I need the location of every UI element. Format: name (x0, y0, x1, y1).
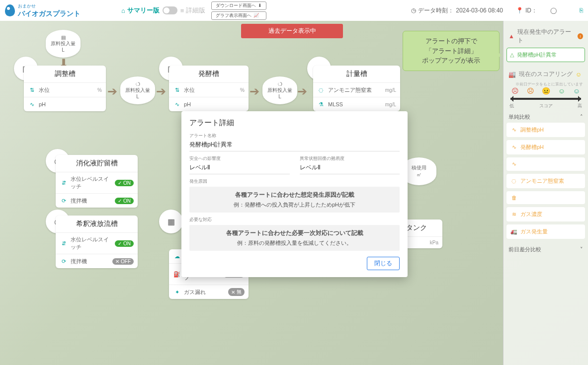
modal-title: アラート詳細 (189, 118, 400, 128)
face-icon: ☺ (576, 71, 582, 78)
graph-link[interactable]: グラフ表示画面へ📈 (211, 11, 266, 20)
warning-icon: △ (510, 52, 514, 58)
alert-item[interactable]: △ 発酵槽pH計異常 (506, 48, 585, 62)
switch-icon: ⇵ (60, 239, 68, 247)
node-shouka: 消化液貯留槽 ⇵水位レベルスイッチON ⟳撹拌機ON (56, 155, 138, 208)
arrow-icon: ➔ (107, 84, 117, 98)
modal-action-box: 各種アラートに合わせた必要一次対応について記載 例：原料の発酵槽投入量を低減して… (189, 225, 400, 251)
chip-ammonia[interactable]: ◌アンモニア態窒素 (506, 174, 585, 188)
modal-action-label: 必要な対応 (189, 217, 400, 223)
chevron-down-icon: ˅ (580, 246, 583, 253)
pump-icon: ⛽ (173, 270, 181, 278)
drop-icon: ❍ (278, 81, 282, 87)
status-badge: ON (115, 198, 134, 204)
doc-icon: ▤ (61, 35, 66, 40)
alert-detail-modal: アラート詳細 アラート名称 発酵槽pH計異常 安全への影響度 レベルⅡ 異常状態… (181, 111, 408, 277)
side-panel: ▲ 現在発生中のアラート ! △ 発酵槽pH計異常 🏭 現在のスコアリング ☺ … (503, 21, 588, 365)
modal-recov-label: 異常状態回復の難易度 (300, 155, 400, 162)
mixer-icon: ⟳ (60, 197, 68, 205)
cloud-icon: ☁ (173, 252, 181, 260)
status-badge: 無 (228, 288, 245, 296)
logo-top: おまかせ (18, 3, 81, 9)
ph-icon: ∿ (28, 100, 36, 108)
feeder-3: ❍ 原料投入量L (262, 76, 297, 104)
download-icon: ⬇ (258, 3, 262, 8)
section-simple-compare[interactable]: 単純比較˄ (506, 109, 585, 123)
logo: おまかせ バイオガスプラント (5, 3, 81, 18)
chip-gas-conc[interactable]: ≋ガス濃度 (506, 207, 585, 221)
chip-trash[interactable]: 🗑 (506, 191, 585, 204)
logo-bottom: バイオガスプラント (18, 9, 81, 18)
level-icon: ⇅ (173, 86, 181, 94)
data-time: ◷ データ時刻：2024-03-06 08:40 (411, 6, 503, 15)
chip-chosei-ph[interactable]: ∿調整槽pH (506, 123, 585, 137)
chip-hakko-ph[interactable]: ∿発酵槽pH (506, 140, 585, 154)
logo-icon (5, 4, 15, 16)
arrow-icon: ➔ (156, 84, 166, 98)
close-button[interactable]: 閉じる (367, 257, 400, 270)
scoring-note: ※前日データをもとに算出しています (506, 81, 585, 87)
drop-icon: ❍ (136, 81, 140, 87)
flask-icon: ⚗ (317, 100, 325, 108)
warning-icon: ▲ (508, 33, 514, 40)
home-icon: ⌂ (121, 7, 125, 14)
chevron-up-icon: ˄ (580, 114, 583, 120)
factory-icon: 🏭 (508, 71, 516, 78)
arrow-icon: ➔ (297, 84, 307, 98)
status-badge: ON (115, 180, 134, 186)
arrow-icon: ➔ (250, 84, 259, 98)
clock-icon: ◷ (411, 7, 416, 14)
alerts-header: ▲ 現在発生中のアラート ! (506, 25, 585, 48)
modal-cause-box: 各種アラートに合わせた想定発生原因が記載 例：発酵槽への投入負荷が上昇したためp… (189, 187, 400, 213)
level-icon: ⇅ (28, 86, 36, 94)
header: おまかせ バイオガスプラント ⌂ サマリー版 ≡ 詳細版 ダウンロード画面へ⬇ … (0, 0, 588, 21)
id-field: 📍 ID： (516, 6, 537, 15)
status-badge: ON (115, 240, 134, 247)
chip-pulse[interactable]: ∿ (506, 157, 585, 171)
account-icon[interactable]: ◯ (550, 7, 557, 14)
pump-6: ▦ (159, 210, 183, 233)
scoring-header: 🏭 現在のスコアリング ☺ (506, 67, 585, 81)
summary-tab[interactable]: ⌂ サマリー版 (121, 6, 160, 15)
feeder-2: ❍ 原料投入量L (120, 76, 155, 104)
modal-name-value: 発酵槽pH計異常 (189, 139, 400, 151)
node-kishaku: 希釈液放流槽 ⇵水位レベルスイッチON ⟳撹拌機OFF (56, 216, 138, 268)
modal-recov-value: レベルⅡ (300, 162, 400, 174)
history-banner: 過去データ表示中 (241, 24, 343, 38)
switch-icon: ⇵ (60, 179, 68, 187)
score-bar (510, 98, 581, 100)
drop-icon: ◌ (510, 178, 517, 184)
detail-tab[interactable]: ≡ 詳細版 (180, 6, 206, 15)
ph-icon: ∿ (173, 100, 181, 108)
alert-count-badge: ! (578, 33, 583, 39)
pulse-icon: ∿ (510, 161, 517, 167)
mixer-icon: ⟳ (60, 257, 68, 265)
ph-icon: ∿ (510, 127, 517, 133)
feeder-1: ▤ 原料投入量L (46, 30, 81, 58)
drop-icon: ◌ (317, 86, 325, 94)
node-chosei: 調整槽 ⇅水位% ∿pH (24, 66, 106, 111)
score-faces: ☹☹😐☺☺ (506, 87, 585, 95)
modal-sev-label: 安全への影響度 (189, 155, 290, 162)
ph-icon: ∿ (510, 144, 517, 150)
chart-icon: 📈 (253, 13, 259, 18)
modal-name-label: アラート名称 (189, 133, 400, 139)
section-diff-compare[interactable]: 前日差分比較˅ (506, 242, 585, 255)
download-link[interactable]: ダウンロード画面へ⬇ (211, 1, 266, 10)
pin-icon: 📍 (516, 7, 523, 14)
node-hakko: 発酵槽 ⇅水位% ∿pH (169, 66, 249, 111)
modal-cause-label: 発生原因 (189, 178, 400, 185)
modal-sev-value: レベルⅡ (189, 162, 290, 174)
truck-icon: 🚛 (510, 228, 517, 235)
list-icon: ≡ (180, 7, 184, 14)
trash-icon: 🗑 (510, 195, 517, 201)
wave-icon: ≋ (510, 211, 517, 218)
logout-icon[interactable]: ⎘ (580, 7, 583, 14)
callout-tip: アラートの押下で「アラート詳細」ポップアップが表示 (403, 31, 500, 71)
status-badge: OFF (112, 258, 134, 265)
chip-gas-gen[interactable]: 🚛ガス発生量 (506, 224, 585, 239)
node-keiryo: 計量槽 ◌アンモニア態窒素mg/L ⚗MLSSmg/L (313, 66, 400, 111)
flame-icon: ✦ (173, 288, 181, 296)
view-toggle[interactable] (163, 6, 177, 14)
